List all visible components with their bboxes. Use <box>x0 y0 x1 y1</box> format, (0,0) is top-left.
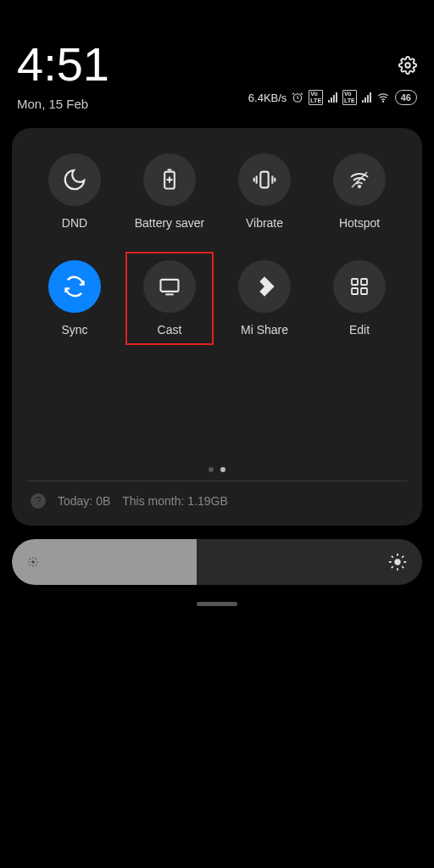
qs-tile-battery-saver[interactable]: Battery saver <box>122 150 217 233</box>
svg-line-27 <box>30 565 31 565</box>
home-indicator[interactable] <box>197 602 237 606</box>
brightness-low-icon <box>27 556 39 568</box>
sync-icon <box>48 260 101 313</box>
signal-icon-2 <box>362 92 371 103</box>
cast-icon <box>143 260 196 313</box>
tile-label: Mi Share <box>241 323 288 337</box>
svg-rect-14 <box>161 280 179 292</box>
svg-point-0 <box>405 63 410 68</box>
volte-badge-2: VoLTE <box>342 90 357 105</box>
svg-rect-19 <box>361 288 367 294</box>
tile-label: Cast <box>158 323 182 337</box>
svg-rect-7 <box>260 172 268 188</box>
svg-line-36 <box>392 566 393 568</box>
qs-tile-sync[interactable]: Sync <box>27 257 122 340</box>
settings-icon[interactable] <box>398 56 417 75</box>
page-dot <box>220 467 225 472</box>
svg-rect-18 <box>352 288 358 294</box>
brightness-high-icon <box>388 553 407 571</box>
divider <box>27 481 407 481</box>
clock-date: Mon, 15 Feb <box>17 97 109 111</box>
grid-icon <box>333 260 386 313</box>
moon-icon <box>48 153 101 206</box>
data-usage-today: Today: 0B <box>58 494 110 508</box>
vibrate-icon <box>238 153 291 206</box>
battery-indicator: 46 <box>395 90 417 105</box>
svg-rect-17 <box>361 279 367 285</box>
wifi-icon <box>376 92 390 103</box>
svg-point-12 <box>359 186 360 187</box>
volte-badge-1: VoLTE <box>309 90 323 105</box>
qs-tile-grid: DNDBattery saverVibrateHotspotSyncCastMi… <box>27 150 407 340</box>
tile-label: DND <box>62 216 87 230</box>
clock-time: 4:51 <box>17 41 109 88</box>
qs-tile-mi-share[interactable]: Mi Share <box>217 257 312 340</box>
tile-label: Battery saver <box>135 216 204 230</box>
alarm-icon <box>292 92 303 103</box>
tile-label: Edit <box>349 323 370 337</box>
hotspot-icon <box>333 153 386 206</box>
qs-tile-cast[interactable]: Cast <box>122 257 217 340</box>
tile-label: Vibrate <box>246 216 283 230</box>
share-icon <box>238 260 291 313</box>
signal-icon-1 <box>328 92 337 103</box>
qs-tile-hotspot[interactable]: Hotspot <box>312 150 407 233</box>
svg-point-20 <box>31 560 35 564</box>
help-icon: ? <box>31 493 46 509</box>
page-dot <box>209 467 214 472</box>
svg-point-2 <box>382 101 383 102</box>
qs-tile-dnd[interactable]: DND <box>27 150 122 233</box>
svg-line-25 <box>30 559 31 559</box>
svg-line-35 <box>402 566 403 568</box>
data-usage-row[interactable]: ? Today: 0B This month: 1.19GB <box>27 490 407 512</box>
tile-label: Hotspot <box>339 216 380 230</box>
qs-tile-vibrate[interactable]: Vibrate <box>217 150 312 233</box>
svg-point-29 <box>394 559 400 565</box>
svg-line-37 <box>402 556 403 558</box>
net-speed: 6.4KB/s <box>248 92 287 104</box>
svg-line-28 <box>36 559 36 559</box>
page-indicator[interactable] <box>27 467 407 472</box>
status-bar: 4:51 Mon, 15 Feb 6.4KB/s VoLTE VoLTE 46 <box>0 0 434 118</box>
svg-rect-16 <box>352 279 358 285</box>
svg-line-34 <box>392 556 393 558</box>
data-usage-month: This month: 1.19GB <box>122 494 228 508</box>
qs-tile-edit[interactable]: Edit <box>312 257 407 340</box>
brightness-slider[interactable] <box>12 539 422 585</box>
quick-settings-panel: DNDBattery saverVibrateHotspotSyncCastMi… <box>12 128 422 526</box>
battery-plus-icon <box>143 153 196 206</box>
tile-label: Sync <box>61 323 87 337</box>
svg-line-26 <box>36 565 36 565</box>
status-indicators: 6.4KB/s VoLTE VoLTE 46 <box>248 90 417 105</box>
